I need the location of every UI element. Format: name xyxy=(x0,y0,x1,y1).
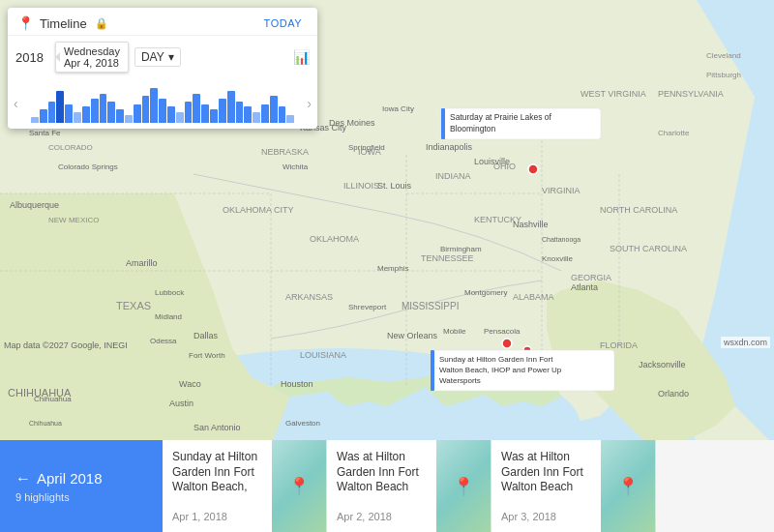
svg-text:LOUISIANA: LOUISIANA xyxy=(300,350,346,360)
svg-text:FLORIDA: FLORIDA xyxy=(600,340,638,350)
svg-text:ARKANSAS: ARKANSAS xyxy=(285,292,333,302)
chart-bar-13[interactable] xyxy=(142,96,150,123)
day-selector[interactable]: DAY ▾ xyxy=(134,47,181,67)
svg-text:INDIANA: INDIANA xyxy=(435,171,471,181)
timeline-controls: 2018 Wednesday Apr 4, 2018 DAY ▾ 📊 xyxy=(8,36,317,78)
svg-text:PENNSYLVANIA: PENNSYLVANIA xyxy=(658,89,724,99)
chart-bar-9[interactable] xyxy=(107,102,115,123)
svg-text:San Antonio: San Antonio xyxy=(194,423,241,432)
timeline-title-row: 📍 Timeline 🔒 xyxy=(17,15,258,31)
chart-bar-24[interactable] xyxy=(236,102,244,123)
svg-text:Watersports: Watersports xyxy=(439,376,481,385)
highlights-label: 9 highlights xyxy=(15,491,147,503)
lock-icon: 🔒 xyxy=(95,17,108,30)
highlight-thumb-2: 📍 xyxy=(436,440,491,532)
chart-bar-28[interactable] xyxy=(270,96,278,123)
svg-text:Atlanta: Atlanta xyxy=(571,282,598,292)
today-button[interactable]: TODAY xyxy=(258,15,308,31)
chart-bar-17[interactable] xyxy=(176,112,184,123)
highlight-date-3: Apr 3, 2018 xyxy=(501,511,591,522)
chart-bar-14[interactable] xyxy=(150,88,158,123)
chart-bar-8[interactable] xyxy=(100,94,107,123)
chart-prev-button[interactable]: ‹ xyxy=(12,96,20,111)
svg-text:Memphis: Memphis xyxy=(377,264,408,273)
svg-text:Louisville: Louisville xyxy=(474,157,510,166)
svg-text:Shreveport: Shreveport xyxy=(348,303,387,311)
highlight-date-2: Apr 2, 2018 xyxy=(337,511,427,522)
chart-bar-16[interactable] xyxy=(167,106,175,123)
svg-text:Bloomington: Bloomington xyxy=(450,124,496,133)
svg-text:TEXAS: TEXAS xyxy=(116,300,151,311)
prev-month-button[interactable]: ← xyxy=(15,470,31,488)
svg-text:ILLINOIS: ILLINOIS xyxy=(343,181,379,191)
watermark: wsxdn.com xyxy=(721,337,770,348)
chart-bar-0[interactable] xyxy=(31,117,39,123)
chart-bar-2[interactable] xyxy=(48,102,56,123)
highlight-thumb-1: 📍 xyxy=(272,440,326,532)
svg-point-81 xyxy=(528,164,538,174)
chart-bar-30[interactable] xyxy=(286,115,294,123)
highlight-card-1[interactable]: Sunday at Hilton Garden Inn Fort Walton … xyxy=(163,440,327,532)
chart-bar-15[interactable] xyxy=(159,99,166,123)
chart-bar-11[interactable] xyxy=(125,115,133,123)
svg-text:Springfield: Springfield xyxy=(348,143,385,152)
chart-bar-4[interactable] xyxy=(65,104,73,123)
month-year-label: April 2018 xyxy=(37,470,103,487)
svg-text:WEST VIRGINIA: WEST VIRGINIA xyxy=(580,89,646,99)
chart-bar-5[interactable] xyxy=(74,112,81,123)
chart-bar-10[interactable] xyxy=(116,109,124,123)
chart-bar-25[interactable] xyxy=(244,106,252,123)
highlight-card-2[interactable]: Was at Hilton Garden Inn Fort Walton Bea… xyxy=(327,440,491,532)
chart-next-button[interactable]: › xyxy=(305,96,313,111)
map-pin-3: 📍 xyxy=(617,476,639,497)
chevron-down-icon: ▾ xyxy=(168,50,174,64)
svg-text:SOUTH CAROLINA: SOUTH CAROLINA xyxy=(610,244,687,253)
chart-bar-18[interactable] xyxy=(185,102,193,123)
chart-bar-12[interactable] xyxy=(134,104,141,123)
svg-text:Lubbock: Lubbock xyxy=(155,288,185,297)
chart-bar-23[interactable] xyxy=(227,91,235,123)
map-attribution: Map data ©2027 Google, INEGI xyxy=(4,340,128,350)
svg-text:Wichita: Wichita xyxy=(283,163,309,171)
chart-bar-7[interactable] xyxy=(91,99,99,123)
bottom-panel: ← April 2018 9 highlights Sunday at Hilt… xyxy=(0,440,774,532)
svg-text:NEBRASKA: NEBRASKA xyxy=(261,147,309,157)
svg-rect-85 xyxy=(441,108,445,139)
timeline-chart: ‹ › xyxy=(8,78,317,129)
svg-text:Midland: Midland xyxy=(155,312,182,321)
chart-bar-21[interactable] xyxy=(210,109,218,123)
svg-text:Austin: Austin xyxy=(169,399,194,408)
map-pin-1: 📍 xyxy=(288,476,310,497)
highlight-title-1: Sunday at Hilton Garden Inn Fort Walton … xyxy=(172,450,262,496)
svg-text:Fort Worth: Fort Worth xyxy=(189,351,225,360)
chart-icon[interactable]: 📊 xyxy=(293,49,310,65)
chart-bar-6[interactable] xyxy=(82,106,90,123)
chart-bar-27[interactable] xyxy=(261,104,269,123)
bars-container xyxy=(31,82,294,123)
svg-text:COLORADO: COLORADO xyxy=(48,143,93,152)
timeline-header: 📍 Timeline 🔒 TODAY xyxy=(8,8,317,36)
year-label: 2018 xyxy=(15,50,49,65)
chart-bar-29[interactable] xyxy=(279,106,286,123)
svg-text:Cleveland: Cleveland xyxy=(706,51,741,60)
chart-bar-19[interactable] xyxy=(193,94,200,123)
svg-text:Nashville: Nashville xyxy=(513,220,549,229)
svg-text:Jacksonville: Jacksonville xyxy=(639,360,686,369)
highlight-card-3[interactable]: Was at Hilton Garden Inn Fort Walton Bea… xyxy=(491,440,656,532)
chart-bar-22[interactable] xyxy=(219,99,226,123)
chart-bar-3[interactable] xyxy=(56,91,64,123)
svg-text:Sunday at Hilton Garden Inn Fo: Sunday at Hilton Garden Inn Fort xyxy=(439,355,553,364)
svg-text:Walton Beach, IHOP and Power U: Walton Beach, IHOP and Power Up xyxy=(439,366,562,374)
chart-bar-1[interactable] xyxy=(40,109,47,123)
highlight-date-1: Apr 1, 2018 xyxy=(172,511,262,522)
chart-bar-20[interactable] xyxy=(201,104,209,123)
svg-text:Saturday at Prairie Lakes of: Saturday at Prairie Lakes of xyxy=(450,112,552,122)
svg-text:Chihuahua: Chihuahua xyxy=(29,420,62,427)
svg-text:TENNESSEE: TENNESSEE xyxy=(421,253,474,263)
svg-text:Iowa City: Iowa City xyxy=(382,104,414,113)
chart-bar-26[interactable] xyxy=(253,112,260,123)
svg-text:Colorado Springs: Colorado Springs xyxy=(58,163,118,171)
tooltip-line1: Wednesday xyxy=(64,45,120,57)
svg-text:NORTH CAROLINA: NORTH CAROLINA xyxy=(600,205,677,215)
map-pin-2: 📍 xyxy=(453,476,474,497)
